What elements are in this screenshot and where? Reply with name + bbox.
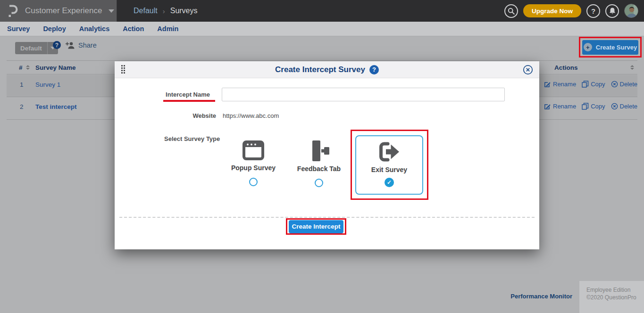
nav-tab-deploy[interactable]: Deploy [43,25,66,33]
breadcrumb: Default › Surveys [134,0,198,22]
modal-title: Create Intercept Survey [275,65,365,74]
product-switcher[interactable]: Customer Experience [0,0,117,22]
edition-label: Employee Edition [586,286,644,294]
option-label: Popup Survey [231,164,276,172]
radio-checked[interactable]: ✓ [385,178,394,187]
delete-button[interactable]: Delete [611,103,638,110]
delete-button[interactable]: Delete [611,81,638,88]
rename-icon [544,81,551,88]
modal-header: Create Intercept Survey ? [115,61,539,78]
checkmark-icon: ✓ [387,179,392,186]
nav-tab-action[interactable]: Action [123,25,144,33]
performance-monitor-link[interactable]: Performance Monitor [510,293,572,300]
folder-dropdown-label[interactable]: Default [15,42,47,54]
edition-block: Employee Edition ©2020 QuestionPro [579,281,644,313]
intercept-name-underline-annotation [163,100,215,102]
copy-icon [582,103,589,110]
radio-unchecked[interactable] [315,179,323,187]
intercept-name-label: Intercept Name [158,91,210,98]
question-mark-icon: ? [55,42,59,49]
row-index: 1 [20,81,24,88]
column-header-name: Survey Name [35,64,76,71]
breadcrumb-folder-link[interactable]: Default [134,7,158,15]
main-nav: Survey Deploy Analytics Action Admin [0,22,644,36]
survey-type-label: Select Survey Type [164,135,220,142]
copy-button[interactable]: Copy [582,103,605,110]
sort-icon[interactable] [26,65,30,70]
option-popup-survey[interactable]: Popup Survey [223,140,284,186]
website-value: https://www.abc.com [223,112,279,119]
create-intercept-highlight-annotation: Create Intercept [286,218,346,235]
radio-unchecked[interactable] [249,178,258,186]
column-header-actions: Actions [554,64,578,71]
row-actions: Rename Copy Delete [544,81,637,88]
header-actions: Upgrade Now ? [504,0,638,22]
help-button[interactable]: ? [586,4,600,18]
column-header-index: # [19,64,23,71]
survey-name-link[interactable]: Test intercept [35,103,77,110]
share-person-icon [66,41,75,49]
intercept-name-input[interactable] [222,88,505,101]
copy-button[interactable]: Copy [582,81,605,88]
option-feedback-tab[interactable]: Feedback Tab [288,140,350,187]
modal-body: Intercept Name Website https://www.abc.c… [115,78,539,249]
upgrade-now-button[interactable]: Upgrade Now [523,4,581,17]
modal-help-button[interactable]: ? [369,65,379,74]
share-button[interactable]: Share [66,41,97,49]
nav-tab-admin[interactable]: Admin [157,25,178,33]
feedback-tab-icon [309,140,329,161]
folder-dropdown[interactable]: Default [15,42,58,54]
create-intercept-modal: Create Intercept Survey ? Intercept Name… [115,61,539,249]
product-name: Customer Experience [25,6,102,16]
bell-icon [609,7,616,15]
sort-icon[interactable] [630,65,634,70]
notifications-button[interactable] [605,4,619,18]
app-window: Customer Experience Default › Surveys Up… [0,0,644,313]
question-mark-icon: ? [591,7,595,15]
share-label: Share [78,41,97,49]
option-label: Feedback Tab [297,165,341,173]
delete-icon [611,81,618,88]
create-survey-button[interactable]: + Create Survey [582,40,638,55]
rename-button[interactable]: Rename [544,81,576,88]
nav-tab-survey[interactable]: Survey [7,25,30,33]
drag-handle-icon[interactable] [121,65,125,74]
option-exit-survey[interactable]: Exit Survey ✓ [355,135,423,195]
create-survey-highlight-annotation: + Create Survey [579,37,642,58]
rename-button[interactable]: Rename [544,103,576,110]
rename-icon [544,103,551,110]
row-index: 2 [20,103,24,110]
nav-tab-analytics[interactable]: Analytics [79,25,109,33]
chevron-down-icon [109,9,114,13]
option-label: Exit Survey [371,166,407,173]
search-button[interactable] [504,4,518,18]
survey-name-link[interactable]: Survey 1 [35,81,60,88]
close-icon [523,65,533,75]
search-icon [508,8,515,15]
create-intercept-button[interactable]: Create Intercept [289,220,343,233]
top-header: Customer Experience Default › Surveys Up… [0,0,644,22]
row-actions: Rename Copy Delete [544,103,637,110]
popup-window-icon [243,140,264,160]
exit-arrow-icon [378,141,401,162]
copy-icon [582,81,589,88]
copyright-label: ©2020 QuestionPro [586,294,644,301]
modal-close-button[interactable] [523,65,533,75]
breadcrumb-page: Surveys [170,7,198,15]
delete-icon [611,103,618,110]
plus-icon: + [584,43,592,51]
website-label: Website [158,112,216,119]
question-mark-icon: ? [372,66,376,73]
modal-footer-divider [119,217,535,218]
breadcrumb-separator: › [163,7,165,15]
folder-help-button[interactable]: ? [53,41,61,49]
create-survey-label: Create Survey [596,44,637,51]
user-avatar[interactable] [624,4,638,18]
questionpro-logo-icon [8,5,18,17]
